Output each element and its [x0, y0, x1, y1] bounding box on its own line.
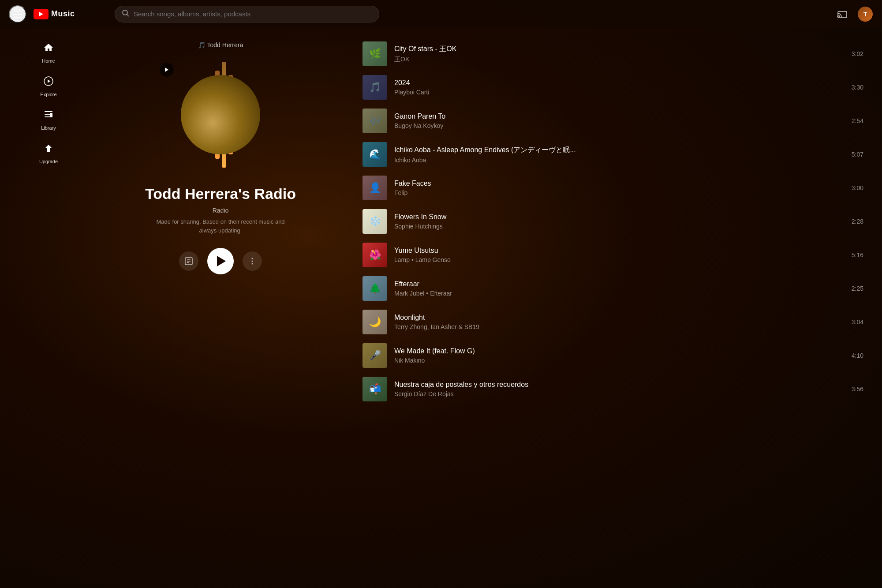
track-thumbnail: 👤 — [363, 176, 387, 200]
track-item[interactable]: 🌙 Moonlight Terry Zhong, Ian Asher & SB1… — [357, 305, 869, 339]
track-item[interactable]: 🎵 2024 Playboi Carti 3:30 — [357, 71, 869, 104]
track-artist: Felip — [394, 189, 845, 196]
track-thumbnail: 🌊 — [363, 142, 387, 167]
user-avatar-button[interactable]: T — [857, 6, 873, 22]
track-item[interactable]: 🎤 We Made It (feat. Flow G) Nik Makino 4… — [357, 339, 869, 372]
sidebar-home-label: Home — [42, 58, 55, 64]
playlist-type-label: Radio — [213, 207, 229, 214]
track-info: We Made It (feat. Flow G) Nik Makino — [394, 347, 845, 364]
home-icon — [43, 42, 54, 56]
search-bar — [115, 6, 379, 22]
search-icon — [122, 10, 129, 19]
album-art — [181, 75, 260, 154]
avatar: T — [858, 7, 873, 22]
svg-rect-11 — [50, 113, 52, 117]
track-thumbnail-icon: 🌺 — [363, 243, 387, 267]
header: Music T — [0, 0, 882, 28]
track-thumbnail: 🎤 — [363, 343, 387, 368]
sidebar-library-label: Library — [41, 125, 56, 131]
track-artist: Lamp • Lamp Genso — [394, 256, 845, 263]
track-info: Yume Utsutsu Lamp • Lamp Genso — [394, 247, 845, 263]
track-thumbnail: 🎵 — [363, 75, 387, 100]
play-button[interactable] — [207, 248, 234, 274]
track-thumbnail-icon: 🌿 — [363, 41, 387, 66]
track-artist: Terry Zhong, Ian Asher & SB19 — [394, 323, 845, 330]
track-name: Moonlight — [394, 314, 845, 322]
youtube-music-logo-icon — [34, 9, 49, 19]
search-wrapper — [115, 6, 379, 22]
library-icon — [43, 109, 54, 123]
track-info: City Of stars - 王OK 王OK — [394, 45, 845, 64]
track-thumbnail-icon: 🎵 — [363, 75, 387, 100]
track-name: Ganon Paren To — [394, 112, 845, 120]
track-name: City Of stars - 王OK — [394, 45, 845, 54]
track-info: 2024 Playboi Carti — [394, 79, 845, 96]
track-artist: Sophie Hutchings — [394, 223, 845, 230]
track-thumbnail: 🌺 — [363, 243, 387, 267]
svg-rect-4 — [838, 11, 847, 18]
track-item[interactable]: ❄️ Flowers In Snow Sophie Hutchings 2:28 — [357, 205, 869, 238]
track-thumbnail-icon: ❄️ — [363, 209, 387, 234]
track-item[interactable]: 🌲 Efteraar Mark Jubel • Efteraar 2:25 — [357, 272, 869, 305]
sidebar-item-home[interactable]: Home — [4, 37, 93, 69]
svg-marker-12 — [165, 67, 168, 72]
play-overlay-button[interactable] — [160, 63, 174, 77]
track-name: Efteraar — [394, 280, 845, 288]
track-thumbnail-icon: 🌲 — [363, 276, 387, 301]
sidebar-item-explore[interactable]: Explore — [4, 71, 93, 102]
controls-row — [179, 248, 262, 274]
explore-icon — [43, 76, 54, 89]
track-info: Ganon Paren To Bugoy Na Koykoy — [394, 112, 845, 129]
sidebar-item-library[interactable]: Library — [4, 104, 93, 136]
track-duration: 2:54 — [852, 117, 863, 124]
track-item[interactable]: 🌺 Yume Utsutsu Lamp • Lamp Genso 5:16 — [357, 238, 869, 272]
svg-line-3 — [127, 14, 129, 16]
svg-point-5 — [837, 16, 839, 17]
upgrade-icon — [43, 143, 54, 156]
track-item[interactable]: 📬 Nuestra caja de postales y otros recue… — [357, 372, 869, 406]
track-info: Nuestra caja de postales y otros recuerd… — [394, 381, 845, 397]
track-artist: Sergio Díaz De Rojas — [394, 390, 845, 397]
header-right: T — [834, 6, 873, 22]
svg-point-17 — [252, 258, 253, 259]
save-button[interactable] — [179, 251, 198, 271]
track-duration: 2:25 — [852, 285, 863, 292]
track-thumbnail: ❄️ — [363, 209, 387, 234]
track-duration: 5:16 — [852, 251, 863, 258]
track-thumbnail-icon: 🎤 — [363, 343, 387, 368]
track-artist: Mark Jubel • Efteraar — [394, 290, 845, 297]
header-left: Music — [9, 5, 106, 23]
track-item[interactable]: 👤 Fake Faces Felip 3:00 — [357, 171, 869, 205]
track-thumbnail: 🌙 — [363, 310, 387, 334]
track-artist: Nik Makino — [394, 357, 845, 364]
track-info: Efteraar Mark Jubel • Efteraar — [394, 280, 845, 297]
track-thumbnail: 🌿 — [363, 41, 387, 66]
main-layout: Home Explore Library — [0, 28, 882, 588]
track-name: Ichiko Aoba - Asleep Among Endives (アンディ… — [394, 146, 845, 155]
track-name: Nuestra caja de postales y otros recuerd… — [394, 381, 845, 389]
more-options-button[interactable] — [243, 251, 262, 271]
track-artist: Ichiko Aoba — [394, 157, 845, 164]
search-input[interactable] — [134, 10, 372, 18]
playlist-title: Todd Herrera's Radio — [145, 185, 296, 202]
track-duration: 5:07 — [852, 151, 863, 158]
track-artist: 王OK — [394, 56, 845, 64]
track-item[interactable]: 🌿 City Of stars - 王OK 王OK 3:02 — [357, 37, 869, 71]
track-name: We Made It (feat. Flow G) — [394, 347, 845, 355]
sidebar-item-upgrade[interactable]: Upgrade — [4, 138, 93, 169]
track-duration: 4:10 — [852, 352, 863, 359]
track-info: Flowers In Snow Sophie Hutchings — [394, 213, 845, 230]
track-duration: 3:30 — [852, 84, 863, 91]
track-thumbnail-icon: 📬 — [363, 377, 387, 401]
track-item[interactable]: 🌊 Ichiko Aoba - Asleep Among Endives (アン… — [357, 138, 869, 171]
menu-button[interactable] — [9, 5, 26, 23]
svg-rect-8 — [45, 111, 52, 112]
svg-point-19 — [252, 263, 253, 265]
track-thumbnail-icon: 👤 — [363, 176, 387, 200]
track-list: 🌿 City Of stars - 王OK 王OK 3:02 🎵 2024 Pl… — [344, 28, 882, 588]
cast-button[interactable] — [834, 6, 850, 22]
track-item[interactable]: 🎶 Ganon Paren To Bugoy Na Koykoy 2:54 — [357, 104, 869, 138]
album-art-container — [154, 57, 287, 172]
track-info: Fake Faces Felip — [394, 180, 845, 196]
track-info: Moonlight Terry Zhong, Ian Asher & SB19 — [394, 314, 845, 330]
